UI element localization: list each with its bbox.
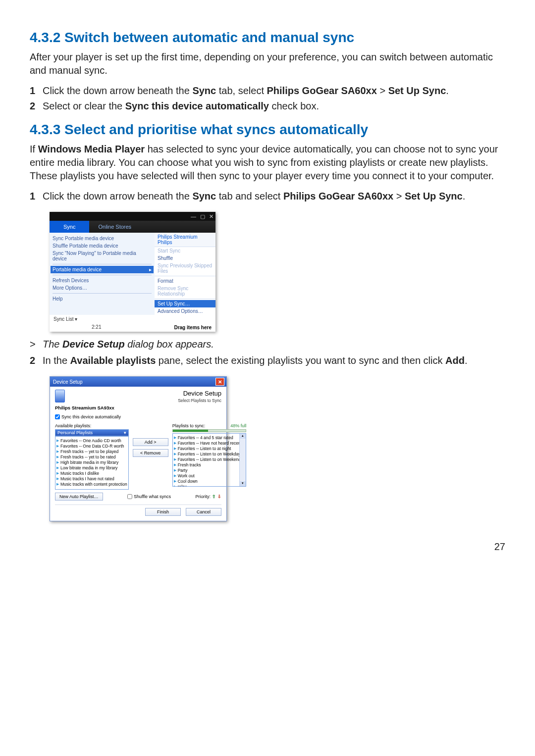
list-item[interactable]: ▶High bitrate media in my library: [56, 459, 127, 465]
play-icon: ▶: [56, 439, 59, 443]
menu-item[interactable]: Sync Portable media device: [53, 235, 152, 242]
menu-item[interactable]: Help: [53, 295, 152, 302]
finish-button[interactable]: Finish: [145, 508, 181, 516]
steps-433b: 2 In the Available playlists pane, selec…: [30, 354, 505, 367]
list-item[interactable]: ▶Work out: [174, 473, 245, 478]
list-item[interactable]: ▶Party: [174, 467, 245, 473]
list-item[interactable]: ▶Fresh tracks: [174, 462, 245, 467]
step-text: Click the down arrow beneath the Sync ta…: [43, 84, 505, 98]
menu-item[interactable]: Shuffle Portable media device: [53, 242, 152, 250]
intro-433: If Windows Media Player has selected to …: [30, 143, 505, 183]
remove-button[interactable]: < Remove: [133, 449, 168, 457]
steps-432: 1 Click the down arrow beneath the Sync …: [30, 84, 505, 113]
menu-item: Start Sync: [155, 247, 215, 254]
close-icon[interactable]: ✕: [209, 213, 214, 220]
menu-item-portable-device[interactable]: Portable media device▸: [51, 266, 154, 273]
available-playlists-list[interactable]: ▶Favorites -- One Audio CD worth▶Favorit…: [55, 436, 129, 490]
heading-432: 4.3.2 Switch between automatic and manua…: [30, 30, 505, 46]
list-item[interactable]: ▶Music tracks I dislike: [56, 470, 127, 476]
list-item[interactable]: ▶Favorites -- Listen to on Weekdays: [174, 451, 245, 456]
play-icon: ▶: [174, 457, 176, 461]
play-icon: ▶: [174, 436, 176, 440]
tab-sync[interactable]: Sync: [50, 221, 89, 233]
play-icon: ▶: [56, 450, 59, 454]
play-icon: ▶: [174, 452, 176, 456]
close-icon[interactable]: ✕: [215, 378, 224, 386]
step-number: 1: [30, 190, 43, 203]
list-item[interactable]: ▶Low bitrate media in my library: [56, 465, 127, 470]
list-item[interactable]: ▶Favorites -- One Audio CD worth: [56, 438, 127, 443]
list-item[interactable]: ▶relax: [174, 484, 245, 487]
menu-item-setup-sync[interactable]: Set Up Sync…: [155, 300, 215, 307]
scroll-up-icon[interactable]: ▴: [240, 434, 246, 439]
play-icon: ▶: [56, 455, 59, 459]
steps-433a: 1 Click the down arrow beneath the Sync …: [30, 190, 505, 203]
available-label: Available playlists:: [55, 423, 129, 428]
play-icon: ▶: [174, 463, 176, 467]
screenshot-sync-menu: — ▢ ✕ Sync Online Stores Sync Portable m…: [50, 212, 215, 332]
menu-item: Sync Previously Skipped Files: [155, 262, 215, 275]
play-icon: ▶: [174, 468, 176, 472]
menu-item[interactable]: Sync "Now Playing" to Portable media dev…: [53, 250, 152, 262]
new-auto-playlist-button[interactable]: New Auto Playlist…: [55, 493, 103, 501]
sync-label: Playlists to sync:: [172, 423, 206, 428]
scrollbar[interactable]: ▴ ▾: [239, 434, 246, 486]
menu-item[interactable]: Advanced Options…: [155, 307, 215, 315]
list-item[interactable]: ▶Cool down: [174, 478, 245, 484]
play-icon: ▶: [174, 485, 176, 487]
checkbox-icon[interactable]: [55, 414, 60, 419]
menu-item[interactable]: Format: [155, 277, 215, 285]
list-item[interactable]: ▶Favorites -- Have not heard recently: [174, 440, 245, 446]
menu-item[interactable]: Refresh Devices: [53, 277, 152, 284]
list-item[interactable]: ▶Favorites -- Listen to at night: [174, 446, 245, 451]
device-header: Philips Streamium Philips: [155, 233, 215, 247]
list-item[interactable]: ▶Fresh tracks -- yet to be played: [56, 449, 127, 454]
play-icon: ▶: [56, 460, 59, 464]
step-text: Click the down arrow beneath the Sync ta…: [43, 190, 505, 203]
sync-playlists-list[interactable]: ▶Favorites -- 4 and 5 star rated▶Favorit…: [172, 433, 247, 487]
priority-controls: Priority: ⇧ ⇩: [195, 494, 221, 499]
list-item[interactable]: ▶Favorites -- Listen to on Weekends: [174, 456, 245, 462]
play-icon: ▶: [56, 471, 59, 475]
list-item[interactable]: ▶Favorites -- One Data CD-R worth: [56, 443, 127, 449]
step-text: Select or clear the Sync this device aut…: [43, 100, 505, 113]
sync-submenu: Philips Streamium Philips Start Sync Shu…: [155, 233, 215, 315]
play-icon: ▶: [56, 444, 59, 448]
minimize-icon[interactable]: —: [191, 213, 196, 219]
menu-item[interactable]: Shuffle: [155, 254, 215, 262]
step-text: In the Available playlists pane, select …: [43, 354, 505, 367]
result-line: > The Device Setup dialog box appears.: [30, 339, 505, 350]
sync-list-dropdown[interactable]: Sync List ▾: [54, 316, 77, 322]
screenshot-device-setup: Device Setup ✕ Device Setup Select Playl…: [50, 376, 227, 521]
shuffle-checkbox[interactable]: Shuffle what syncs: [127, 494, 171, 499]
tab-online-stores[interactable]: Online Stores: [89, 221, 140, 233]
scroll-down-icon[interactable]: ▾: [240, 481, 246, 486]
list-item[interactable]: ▶Music tracks I have not rated: [56, 476, 127, 481]
drag-items-label: Drag items here: [174, 325, 212, 330]
maximize-icon[interactable]: ▢: [200, 213, 205, 220]
priority-up-icon[interactable]: ⇧: [212, 494, 216, 499]
step-number: 1: [30, 84, 43, 98]
capacity-bar: [172, 429, 247, 432]
list-item[interactable]: ▶Favorites -- 4 and 5 star rated: [174, 435, 245, 440]
window-controls: — ▢ ✕: [50, 212, 215, 221]
chevron-down-icon: ▾: [124, 430, 126, 435]
dialog-title: Device Setup: [53, 379, 82, 385]
menu-item: Remove Sync Relationship: [155, 285, 215, 298]
play-icon: ▶: [174, 447, 176, 451]
list-item[interactable]: ▶Music tracks with content protection: [56, 481, 127, 487]
play-icon: ▶: [174, 479, 176, 483]
sync-auto-checkbox[interactable]: Sync this device automatically: [55, 414, 221, 419]
add-button[interactable]: Add >: [133, 438, 168, 446]
checkbox-icon[interactable]: [127, 494, 132, 499]
capacity-label: 48% full: [230, 423, 246, 429]
heading-433: 4.3.3 Select and prioritise what syncs a…: [30, 122, 505, 138]
cancel-button[interactable]: Cancel: [186, 508, 221, 516]
sync-menu-left: Sync Portable media device Shuffle Porta…: [50, 233, 155, 315]
playback-time: 2:21: [92, 324, 101, 330]
menu-item[interactable]: More Options…: [53, 284, 152, 292]
priority-down-icon[interactable]: ⇩: [217, 494, 221, 499]
list-item[interactable]: ▶Fresh tracks -- yet to be rated: [56, 454, 127, 459]
play-icon: ▶: [174, 474, 176, 478]
playlist-category-dropdown[interactable]: Personal Playlists▾: [55, 429, 129, 436]
